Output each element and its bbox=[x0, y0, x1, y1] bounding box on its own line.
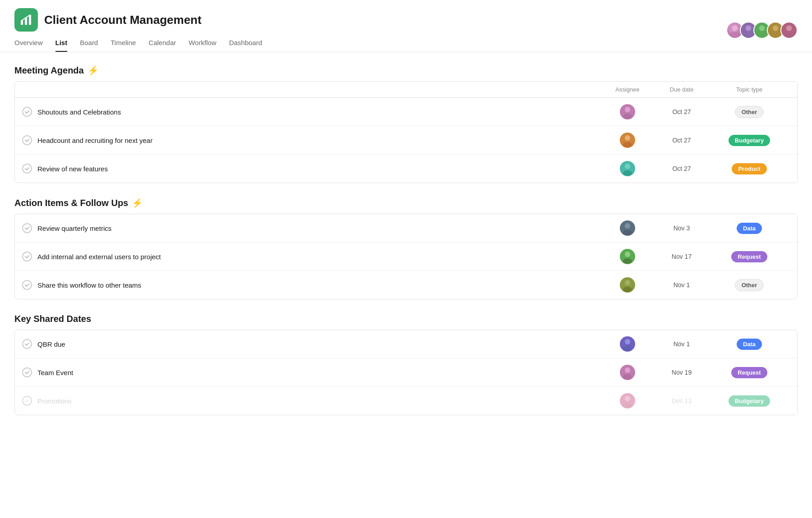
check-icon[interactable] bbox=[22, 107, 32, 117]
col-task bbox=[22, 86, 600, 93]
table-row[interactable]: Headcount and recruiting for next year O… bbox=[15, 126, 797, 155]
tab-board[interactable]: Board bbox=[80, 36, 98, 52]
topic-badge[interactable]: Budgetary bbox=[729, 395, 770, 407]
due-date: Nov 17 bbox=[655, 253, 709, 260]
avatar bbox=[620, 365, 635, 380]
topic-badge[interactable]: Data bbox=[737, 223, 762, 234]
check-icon[interactable] bbox=[22, 135, 32, 145]
check-icon[interactable] bbox=[22, 164, 32, 174]
table-row[interactable]: Review of new features Oct 27 Product bbox=[15, 155, 797, 183]
svg-point-11 bbox=[786, 25, 792, 31]
topic-cell: Other bbox=[709, 106, 790, 118]
section-header: Key Shared Dates bbox=[14, 314, 798, 324]
svg-point-17 bbox=[625, 164, 630, 169]
svg-point-10 bbox=[771, 32, 780, 37]
topic-cell: Data bbox=[709, 223, 790, 234]
task-name: Shoutouts and Celebrations bbox=[37, 108, 121, 116]
avatar bbox=[620, 161, 635, 176]
svg-point-25 bbox=[625, 339, 630, 344]
svg-point-22 bbox=[623, 258, 632, 264]
svg-rect-0 bbox=[21, 20, 23, 25]
svg-point-14 bbox=[623, 114, 632, 119]
task-left: Share this workflow to other teams bbox=[22, 280, 600, 290]
main-content: Meeting Agenda ⚡ Assignee Due date Topic… bbox=[0, 52, 812, 442]
topic-badge[interactable]: Request bbox=[731, 367, 767, 378]
svg-point-6 bbox=[744, 32, 753, 37]
topic-badge[interactable]: Other bbox=[735, 106, 764, 118]
topic-cell: Product bbox=[709, 163, 790, 174]
app-title: Client Account Management bbox=[44, 13, 202, 27]
avatar bbox=[620, 393, 635, 408]
tab-calendar[interactable]: Calendar bbox=[148, 36, 176, 52]
topic-badge[interactable]: Data bbox=[737, 339, 762, 350]
svg-rect-2 bbox=[29, 15, 31, 25]
avatar bbox=[620, 220, 635, 236]
table-row[interactable]: Review quarterly metrics Nov 3 Data bbox=[15, 214, 797, 243]
app-header: Client Account Management Overview List … bbox=[0, 0, 812, 52]
check-icon[interactable] bbox=[22, 280, 32, 290]
table-row[interactable]: QBR due Nov 1 Data bbox=[15, 330, 797, 358]
task-name: Review quarterly metrics bbox=[37, 225, 111, 232]
task-left: Headcount and recruiting for next year bbox=[22, 135, 600, 145]
assignee-cell bbox=[600, 336, 655, 352]
assignee-cell bbox=[600, 277, 655, 293]
task-name: Review of new features bbox=[37, 165, 108, 173]
check-icon[interactable] bbox=[22, 396, 32, 406]
topic-cell: Budgetary bbox=[709, 395, 790, 407]
due-date: Oct 27 bbox=[655, 165, 709, 172]
due-date: Oct 27 bbox=[655, 137, 709, 144]
tab-timeline[interactable]: Timeline bbox=[111, 36, 136, 52]
task-left: Shoutouts and Celebrations bbox=[22, 107, 600, 117]
assignee-cell bbox=[600, 161, 655, 176]
nav-tabs: Overview List Board Timeline Calendar Wo… bbox=[14, 36, 262, 52]
check-icon[interactable] bbox=[22, 252, 32, 261]
svg-point-13 bbox=[625, 107, 630, 112]
task-left: Promotions bbox=[22, 396, 600, 406]
col-due-date: Due date bbox=[655, 86, 709, 93]
topic-badge[interactable]: Other bbox=[735, 279, 764, 291]
due-date: Nov 3 bbox=[655, 225, 709, 232]
table-row[interactable]: Team Event Nov 19 Request bbox=[15, 358, 797, 387]
app-icon bbox=[14, 8, 38, 32]
avatar bbox=[620, 104, 635, 119]
svg-point-24 bbox=[623, 287, 632, 292]
assignee-cell bbox=[600, 133, 655, 148]
task-left: Review of new features bbox=[22, 164, 600, 174]
tab-overview[interactable]: Overview bbox=[14, 36, 43, 52]
avatar bbox=[620, 277, 635, 293]
col-topic: Topic type bbox=[709, 86, 790, 93]
svg-rect-1 bbox=[25, 18, 27, 25]
svg-point-18 bbox=[623, 170, 632, 176]
check-icon[interactable] bbox=[22, 339, 32, 349]
topic-badge[interactable]: Product bbox=[732, 163, 766, 174]
topic-badge[interactable]: Request bbox=[731, 251, 767, 262]
svg-point-15 bbox=[625, 135, 630, 141]
assignee-cell bbox=[600, 220, 655, 236]
due-date: Nov 1 bbox=[655, 340, 709, 348]
task-name: Headcount and recruiting for next year bbox=[37, 137, 152, 144]
table-row[interactable]: Promotions Dec 13 Budgetary bbox=[15, 387, 797, 415]
check-icon[interactable] bbox=[22, 367, 32, 377]
assignee-cell bbox=[600, 393, 655, 408]
table-row[interactable]: Shoutouts and Celebrations Oct 27 Other bbox=[15, 98, 797, 126]
svg-point-3 bbox=[732, 25, 738, 31]
svg-point-21 bbox=[625, 252, 630, 257]
svg-point-27 bbox=[625, 367, 630, 373]
tab-dashboard[interactable]: Dashboard bbox=[229, 36, 262, 52]
table-row[interactable]: Add internal and external users to proje… bbox=[15, 243, 797, 271]
check-icon[interactable] bbox=[22, 223, 32, 233]
svg-point-29 bbox=[625, 396, 630, 401]
assignee-cell bbox=[600, 249, 655, 264]
assignee-cell bbox=[600, 104, 655, 119]
task-name: Team Event bbox=[37, 369, 73, 376]
svg-point-7 bbox=[759, 25, 765, 31]
avatar bbox=[620, 249, 635, 264]
tab-list[interactable]: List bbox=[55, 36, 68, 52]
bolt-icon: ⚡ bbox=[88, 65, 99, 76]
table-row[interactable]: Share this workflow to other teams Nov 1… bbox=[15, 271, 797, 299]
avatar bbox=[620, 133, 635, 148]
section-header: Meeting Agenda ⚡ bbox=[14, 65, 798, 76]
topic-badge[interactable]: Budgetary bbox=[729, 135, 770, 146]
tab-workflow[interactable]: Workflow bbox=[189, 36, 216, 52]
column-headers: Assignee Due date Topic type bbox=[15, 82, 797, 98]
